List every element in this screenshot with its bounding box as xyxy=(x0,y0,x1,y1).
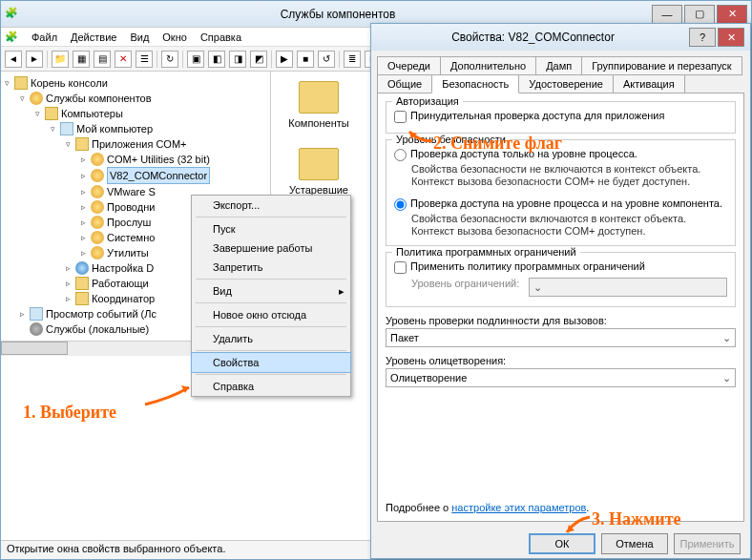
tab-content: Авторизация Принудительная проверка дост… xyxy=(377,93,744,522)
ctx-disable[interactable]: Запретить xyxy=(192,258,350,277)
forward-icon[interactable]: ► xyxy=(26,51,43,68)
tree-com-util[interactable]: COM+ Utilities (32 bit) xyxy=(81,152,268,167)
tree-my-computer[interactable]: Мой компьютер xyxy=(51,121,268,136)
folder-icon xyxy=(299,81,339,114)
radio-process-component[interactable] xyxy=(394,198,407,211)
ctx-view[interactable]: Вид xyxy=(192,281,350,301)
dialog-titlebar: Свойства: V82_COMConnector ? ✕ xyxy=(371,24,750,51)
ctx-help[interactable]: Справка xyxy=(192,377,350,396)
t6-icon[interactable]: ■ xyxy=(297,51,314,68)
folder-icon xyxy=(299,148,339,180)
radio2-detail: Свойства безопасности включаются в конте… xyxy=(411,213,727,238)
more-info-link[interactable]: настройке этих параметров xyxy=(451,502,586,513)
auth-group-title: Авторизация xyxy=(392,95,463,107)
tab-queues[interactable]: Очереди xyxy=(377,56,441,75)
restriction-level-select xyxy=(529,278,727,297)
dialog-close-button[interactable]: ✕ xyxy=(718,28,744,47)
tree-root[interactable]: Корень консоли xyxy=(5,75,268,91)
t7-icon[interactable]: ↺ xyxy=(318,51,335,68)
tab-activation[interactable]: Активация xyxy=(613,74,685,93)
menu-window[interactable]: Окно xyxy=(162,31,187,43)
radio-process-component-label: Проверка доступа на уровне процесса и на… xyxy=(410,197,722,209)
auth-group: Авторизация Принудительная проверка дост… xyxy=(386,101,736,134)
ctx-shutdown[interactable]: Завершение работы xyxy=(192,239,350,258)
restriction-level-label: Уровень ограничений: xyxy=(411,278,519,289)
t5-icon[interactable]: ▶ xyxy=(276,51,293,68)
tab-identity[interactable]: Удостоверение xyxy=(518,74,614,93)
dialog-title: Свойства: V82_COMConnector xyxy=(377,31,689,44)
impersonation-select[interactable]: Олицетворение xyxy=(386,368,736,387)
content-components[interactable]: Компоненты xyxy=(281,81,357,129)
t2-icon[interactable]: ◧ xyxy=(208,51,225,68)
close-button[interactable] xyxy=(717,5,747,24)
policy-group: Политика программных ограничений Примени… xyxy=(386,252,736,307)
radio1-detail: Свойства безопасности не включаются в ко… xyxy=(411,163,727,188)
ctx-properties[interactable]: Свойства xyxy=(191,352,351,373)
tree-com-apps[interactable]: Приложения COM+ xyxy=(66,136,268,152)
policy-title: Политика программных ограничений xyxy=(392,246,580,258)
menu-view[interactable]: Вид xyxy=(130,31,149,43)
view2-icon[interactable]: ▤ xyxy=(94,51,111,68)
tab-grouping[interactable]: Группирование и перезапуск xyxy=(581,56,742,75)
window-title: Службы компонентов xyxy=(26,8,650,21)
more-info-row: Подробнее о настройке этих параметров. xyxy=(386,502,736,513)
view1-icon[interactable]: ▦ xyxy=(73,51,90,68)
ctx-new-window[interactable]: Новое окно отсюда xyxy=(192,305,350,324)
t1-icon[interactable]: ▣ xyxy=(187,51,204,68)
ctx-delete[interactable]: Удалить xyxy=(192,329,350,348)
context-menu: Экспорт... Пуск Завершение работы Запрет… xyxy=(191,195,351,397)
impersonation-label: Уровень олицетворения: xyxy=(386,355,736,366)
sec-level-title: Уровень безопасности xyxy=(392,134,510,145)
ctx-start[interactable]: Пуск xyxy=(192,219,350,239)
auth-level-label: Уровень проверки подлинности для вызовов… xyxy=(386,315,736,326)
menu-action[interactable]: Действие xyxy=(71,31,116,43)
cancel-button[interactable]: Отмена xyxy=(601,533,668,554)
app-icon: 🧩 xyxy=(5,7,20,22)
menu-help[interactable]: Справка xyxy=(200,31,241,43)
up-icon[interactable]: 📁 xyxy=(52,51,69,68)
ok-button[interactable]: ОК xyxy=(529,533,595,554)
tab-dump[interactable]: Дамп xyxy=(535,56,582,75)
force-check-label: Принудительная проверка доступа для прил… xyxy=(410,110,664,121)
window-buttons xyxy=(650,5,747,24)
radio-process-only-label: Проверка доступа только на уровне процес… xyxy=(410,148,637,159)
radio-process-only[interactable] xyxy=(394,149,407,161)
delete-icon[interactable]: ✕ xyxy=(115,51,132,68)
dialog-help-button[interactable]: ? xyxy=(689,28,716,47)
tab-general[interactable]: Общие xyxy=(377,74,432,93)
auth-level-select[interactable]: Пакет xyxy=(386,328,736,347)
dialog-tabs: Очереди Дополнительно Дамп Группирование… xyxy=(371,51,750,93)
ctx-export[interactable]: Экспорт... xyxy=(192,196,350,215)
tab-security[interactable]: Безопасность xyxy=(431,74,519,93)
tree-computers[interactable]: Компьютеры xyxy=(35,106,268,121)
maximize-button[interactable] xyxy=(684,5,715,24)
tree-services[interactable]: Службы компонентов xyxy=(20,91,268,106)
dialog-buttons: ОК Отмена Применить xyxy=(371,528,750,560)
tree-v82[interactable]: V82_COMConnector xyxy=(81,167,268,184)
menu-icon: 🧩 xyxy=(5,31,18,43)
t3-icon[interactable]: ◨ xyxy=(229,51,246,68)
tab-advanced[interactable]: Дополнительно xyxy=(440,56,536,75)
t4-icon[interactable]: ◩ xyxy=(250,51,267,68)
content-legacy[interactable]: Устаревшие xyxy=(281,148,357,196)
force-check-checkbox[interactable] xyxy=(394,111,407,123)
properties-dialog: Свойства: V82_COMConnector ? ✕ Очереди Д… xyxy=(370,23,751,559)
back-icon[interactable]: ◄ xyxy=(5,51,22,68)
apply-button[interactable]: Применить xyxy=(674,533,741,554)
props-icon[interactable]: ☰ xyxy=(136,51,153,68)
apply-policy-checkbox[interactable] xyxy=(394,261,407,274)
t8-icon[interactable]: ≣ xyxy=(344,51,361,68)
apply-policy-label: Применить политику программных ограничен… xyxy=(410,260,645,272)
security-level-group: Уровень безопасности Проверка доступа то… xyxy=(386,139,736,246)
menu-file[interactable]: Файл xyxy=(31,31,57,43)
refresh-icon[interactable]: ↻ xyxy=(161,51,178,68)
minimize-button[interactable] xyxy=(652,5,682,24)
